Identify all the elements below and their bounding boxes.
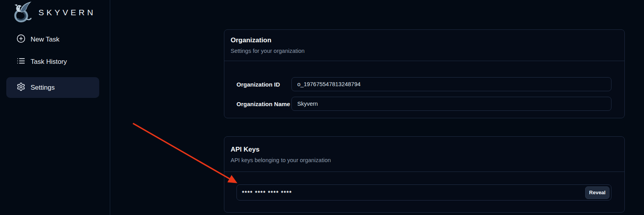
sidebar: SKYVERN New Task Task History [0, 0, 110, 215]
card-subtitle: API keys belonging to your organization [231, 156, 618, 164]
sidebar-item-settings[interactable]: Settings [6, 77, 99, 98]
api-keys-card-body: **** **** **** **** Reveal [224, 172, 624, 201]
dragon-logo-icon [11, 1, 33, 24]
list-icon [16, 56, 25, 67]
card-title: API Keys [231, 145, 618, 154]
sidebar-item-task-history[interactable]: Task History [16, 57, 67, 67]
masked-api-key: **** **** **** **** [242, 190, 292, 196]
organization-id-label: Organization ID [236, 81, 291, 88]
api-keys-card-header: API Keys API keys belonging to your orga… [224, 137, 624, 172]
organization-card-body: Organization ID Organization Name [224, 61, 624, 111]
card-title: Organization [231, 36, 618, 45]
organization-id-input[interactable] [291, 77, 611, 91]
api-key-input[interactable]: **** **** **** **** Reveal [236, 184, 611, 201]
organization-name-input[interactable] [291, 97, 611, 111]
sidebar-item-label: Task History [31, 58, 67, 66]
organization-id-row: Organization ID [236, 77, 611, 91]
sidebar-item-label: Settings [31, 84, 55, 92]
sidebar-item-label: New Task [31, 36, 59, 43]
organization-name-row: Organization Name [236, 97, 611, 111]
api-keys-card: API Keys API keys belonging to your orga… [224, 136, 625, 213]
card-subtitle: Settings for your organization [231, 47, 618, 55]
organization-card-header: Organization Settings for your organizat… [224, 30, 624, 61]
reveal-button[interactable]: Reveal [585, 186, 609, 199]
settings-page: SKYVERN New Task Task History [0, 0, 644, 215]
sidebar-item-new-task[interactable]: New Task [16, 35, 59, 44]
gear-icon [16, 82, 25, 93]
organization-card: Organization Settings for your organizat… [224, 29, 625, 118]
brand-name: SKYVERN [38, 8, 96, 17]
skyvern-logo[interactable]: SKYVERN [11, 1, 96, 24]
plus-circle-icon [16, 34, 25, 45]
organization-name-label: Organization Name [236, 101, 291, 107]
